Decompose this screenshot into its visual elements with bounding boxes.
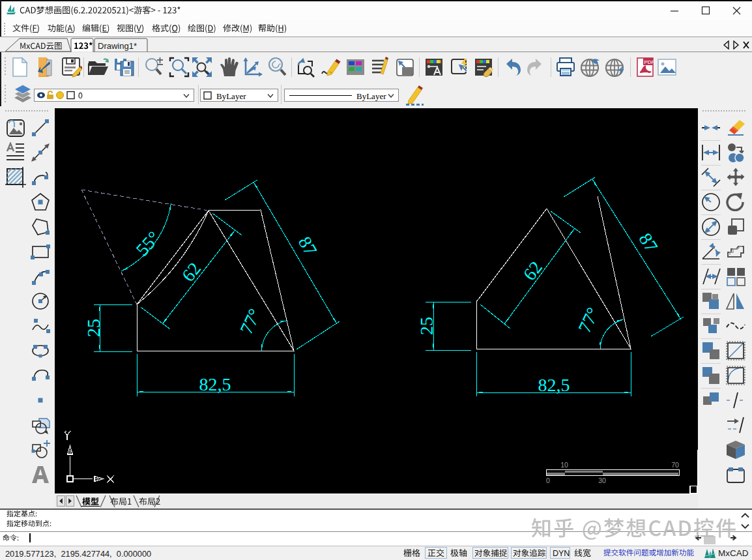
svg-text:25: 25: [83, 319, 104, 337]
svg-text:25: 25: [416, 317, 437, 335]
svg-text:0: 0: [546, 477, 550, 484]
svg-text:70: 70: [671, 461, 679, 469]
svg-text:PDF: PDF: [644, 59, 655, 65]
svg-text:82,5: 82,5: [199, 374, 231, 394]
svg-text:82,5: 82,5: [538, 375, 570, 395]
svg-text:30: 30: [598, 477, 606, 484]
svg-text:10: 10: [560, 461, 568, 469]
